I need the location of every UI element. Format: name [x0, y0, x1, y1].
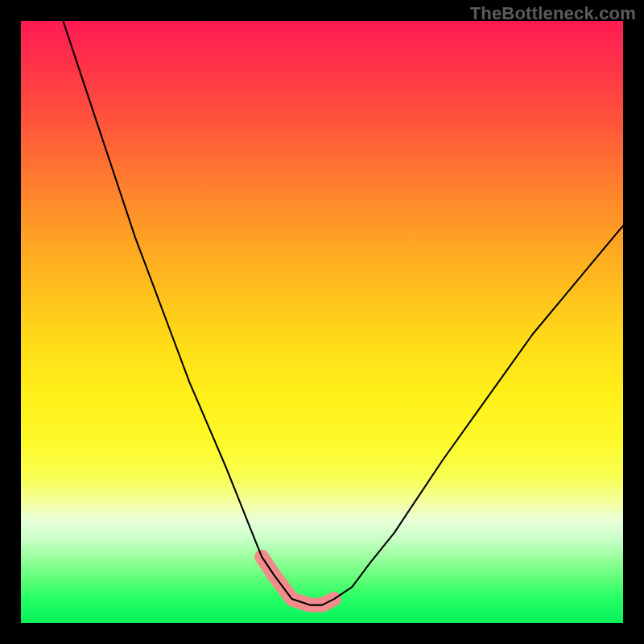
- plot-background: [21, 21, 623, 623]
- chart-frame: TheBottleneck.com: [0, 0, 644, 644]
- watermark-text: TheBottleneck.com: [470, 3, 636, 24]
